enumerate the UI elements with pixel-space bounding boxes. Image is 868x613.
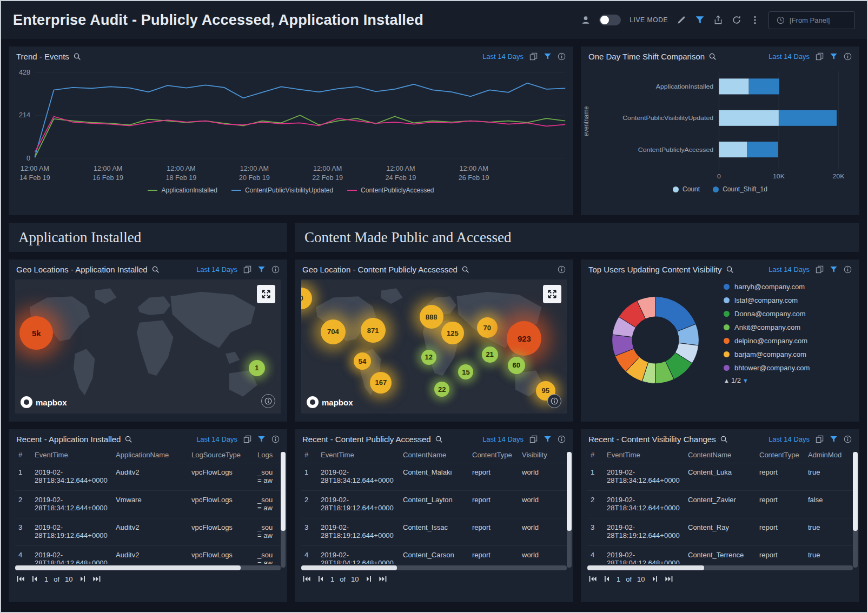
column-header[interactable]: EventTime (31, 447, 112, 463)
map-attribution-info-button[interactable] (261, 394, 275, 408)
copy-icon[interactable] (816, 435, 824, 443)
scrollbar-thumb[interactable] (587, 565, 704, 570)
column-header[interactable]: EventTime (317, 447, 400, 463)
zoom-icon[interactable] (708, 52, 717, 61)
legend-item[interactable]: delpino@company.com (724, 337, 810, 345)
info-icon[interactable] (844, 265, 852, 274)
legend-item[interactable]: Count_Shift_1d (713, 185, 767, 193)
info-icon[interactable] (844, 435, 852, 443)
bar-Count[interactable] (719, 78, 748, 94)
table-row[interactable]: 42019-02-28T18:04:12.648+0000Auditv2vpcF… (15, 546, 281, 564)
map-bubble[interactable]: 22 (434, 382, 449, 397)
first-page-icon[interactable] (302, 575, 311, 583)
legend-item[interactable]: ContentPublicVisibilityUpdated (231, 186, 333, 194)
last-page-icon[interactable] (379, 575, 387, 583)
legend-item[interactable]: lstaf@company.com (724, 296, 810, 304)
legend-item[interactable]: barjam@company.com (724, 350, 810, 358)
map-bubble[interactable]: 21 (482, 347, 498, 363)
copy-icon[interactable] (816, 52, 824, 61)
zoom-icon[interactable] (124, 435, 132, 443)
bar-Count_Shift_1d[interactable] (747, 142, 778, 157)
next-page-icon[interactable] (651, 575, 659, 583)
line-series-ContentPubliclyAccessed[interactable] (35, 116, 565, 152)
scrollbar-thumb[interactable] (15, 565, 241, 570)
time-range-link[interactable]: Last 14 Days (482, 52, 524, 61)
column-header[interactable]: # (301, 447, 317, 463)
zoom-icon[interactable] (720, 435, 728, 443)
info-icon[interactable] (271, 265, 280, 274)
vertical-scrollbar[interactable] (281, 452, 286, 568)
bar-Count[interactable] (719, 110, 778, 126)
column-header[interactable]: ContentName (685, 447, 756, 463)
column-header[interactable]: Visibility (519, 447, 567, 463)
map-bubble[interactable]: 5k (19, 316, 53, 350)
last-page-icon[interactable] (665, 575, 673, 583)
map-bubble[interactable]: 871 (361, 318, 386, 343)
column-header[interactable]: ContentType (756, 447, 805, 463)
table-row[interactable]: 12019-02-28T18:34:12.644+0000Content_Luk… (587, 463, 853, 491)
column-header[interactable]: AdminMod (805, 447, 853, 463)
map-bubble[interactable]: 1 (249, 360, 265, 376)
legend-item[interactable]: bhtower@company.com (724, 364, 810, 372)
copy-icon[interactable] (816, 265, 824, 274)
world-map[interactable]: 5k1 mapbox (15, 279, 281, 414)
edit-pencil-icon[interactable] (677, 15, 686, 25)
filter-icon[interactable] (544, 435, 552, 443)
user-icon[interactable] (581, 15, 591, 25)
zoom-icon[interactable] (461, 265, 469, 274)
live-mode-toggle[interactable] (599, 15, 621, 25)
from-panel-dropdown[interactable]: [From Panel] (768, 11, 855, 29)
table-row[interactable]: 32019-02-28T18:19:12.644+0000Auditv2vpcF… (15, 518, 281, 546)
mapbox-logo[interactable]: mapbox (307, 396, 353, 408)
column-header[interactable]: ContentType (469, 447, 519, 463)
copy-icon[interactable] (243, 435, 251, 443)
first-page-icon[interactable] (16, 575, 25, 583)
zoom-icon[interactable] (73, 52, 81, 61)
column-header[interactable]: EventTime (604, 447, 685, 463)
info-icon[interactable] (271, 435, 280, 443)
time-range-link[interactable]: Last 14 Days (196, 435, 237, 443)
column-header[interactable]: LogSourceType (188, 447, 254, 463)
refresh-icon[interactable] (732, 15, 741, 25)
horizontal-scrollbar[interactable] (301, 565, 567, 570)
table-row[interactable]: 42019-02-28T18:04:12.648+0000Content_Car… (301, 546, 567, 564)
scrollbar-thumb[interactable] (853, 452, 858, 531)
table-row[interactable]: 42019-02-28T18:04:12.648+0000Content_Ter… (587, 546, 853, 564)
share-icon[interactable] (713, 15, 723, 25)
legend-item[interactable]: ContentPubliclyAccessed (347, 186, 434, 194)
filter-icon[interactable] (830, 435, 838, 443)
bar-Count_Shift_1d[interactable] (749, 78, 779, 94)
time-range-link[interactable]: Last 14 Days (768, 265, 810, 274)
map-bubble[interactable]: 60 (508, 357, 525, 374)
map-bubble[interactable]: 54 (354, 352, 371, 370)
info-icon[interactable] (558, 435, 566, 443)
kebab-menu-icon[interactable] (750, 15, 760, 25)
legend-item[interactable]: Ankit@company.com (724, 323, 810, 331)
column-header[interactable]: # (15, 447, 31, 463)
column-header[interactable]: # (587, 447, 604, 463)
prev-page-icon[interactable] (602, 575, 611, 583)
vertical-scrollbar[interactable] (853, 452, 858, 568)
legend-page-down-icon[interactable]: ▼ (743, 377, 748, 384)
map-bubble[interactable]: 125 (441, 322, 464, 344)
map-attribution-info-button[interactable] (547, 394, 561, 408)
table-row[interactable]: 12019-02-28T18:34:12.644+0000Content_Mal… (301, 463, 567, 491)
map-bubble[interactable]: 888 (420, 305, 443, 329)
zoom-icon[interactable] (726, 265, 734, 274)
map-bubble[interactable]: 70 (477, 317, 498, 338)
horizontal-scrollbar[interactable] (15, 565, 281, 570)
bar-Count_Shift_1d[interactable] (779, 110, 837, 126)
column-header[interactable]: ContentName (400, 447, 469, 463)
filter-icon[interactable] (830, 52, 838, 61)
table-row[interactable]: 12019-02-28T18:34:12.644+0000Auditv2vpcF… (15, 463, 281, 491)
scrollbar-thumb[interactable] (567, 452, 572, 531)
copy-icon[interactable] (529, 52, 538, 61)
info-icon[interactable] (558, 52, 566, 61)
bar-Count[interactable] (719, 142, 747, 157)
copy-icon[interactable] (243, 265, 251, 274)
time-range-link[interactable]: Last 14 Days (768, 52, 810, 61)
line-series-ContentPublicVisibilityUpdated[interactable] (35, 83, 565, 157)
table-row[interactable]: 22019-02-28T18:34:12.644+0000Content_Zav… (587, 491, 853, 518)
table-row[interactable]: 22019-02-28T18:19:12.644+0000Content_Lay… (301, 491, 567, 518)
map-bubble[interactable]: 923 (507, 321, 541, 356)
